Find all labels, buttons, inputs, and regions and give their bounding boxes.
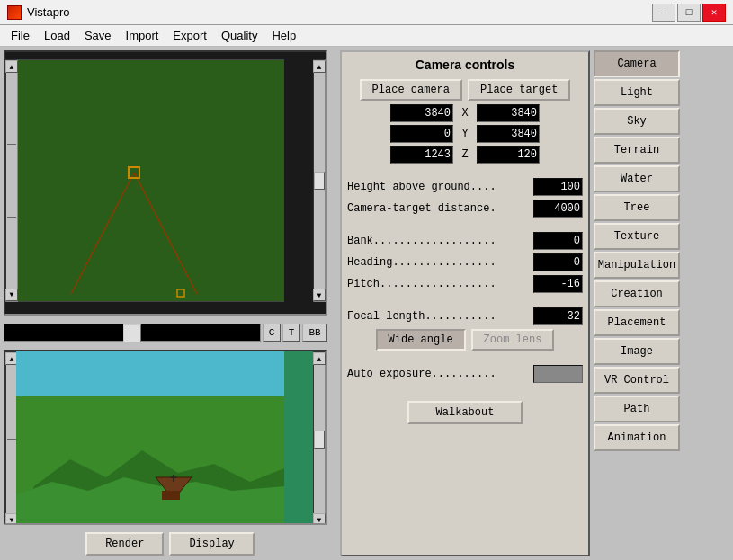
bank-label: Bank...................: [347, 235, 530, 247]
sidebar-sky-button[interactable]: Sky: [594, 108, 680, 135]
camera-z-input[interactable]: [390, 146, 453, 164]
height-input[interactable]: [533, 178, 583, 196]
walkabout-button[interactable]: Walkabout: [407, 401, 523, 424]
maximize-button[interactable]: □: [677, 4, 701, 22]
sidebar-light-button[interactable]: Light: [594, 79, 680, 106]
sidebar-texture-button[interactable]: Texture: [594, 223, 680, 250]
distance-row: Camera-target distance.: [347, 200, 583, 218]
sidebar-camera-button[interactable]: Camera: [594, 50, 680, 77]
c-button[interactable]: C: [263, 324, 281, 342]
height-row: Height above ground....: [347, 178, 583, 196]
camera-panel: Camera controls Place camera Place targe…: [340, 50, 590, 556]
camera-lines: [17, 60, 285, 303]
camera-y-input[interactable]: [390, 125, 453, 143]
sidebar-placement-button[interactable]: Placement: [594, 309, 680, 336]
target-x-input[interactable]: [477, 104, 540, 122]
distance-input[interactable]: [533, 200, 583, 218]
height-label: Height above ground....: [347, 181, 530, 193]
distance-label: Camera-target distance.: [347, 202, 530, 215]
menu-save[interactable]: Save: [77, 27, 119, 44]
sidebar-water-button[interactable]: Water: [594, 165, 680, 192]
render-viewport: ▲ ▼: [4, 350, 327, 525]
z-label: Z: [456, 148, 474, 161]
target-y-input[interactable]: [477, 125, 540, 143]
panel-title: Camera controls: [347, 58, 583, 72]
right-sidebar: Camera Light Sky Terrain Water Tree Text…: [594, 50, 684, 556]
menu-file[interactable]: File: [4, 27, 37, 44]
focal-row: Focal length...........: [347, 307, 583, 325]
scroll-indicator: [7, 217, 16, 218]
pitch-row: Pitch..................: [347, 275, 583, 293]
pitch-input[interactable]: [533, 275, 583, 293]
bb-button[interactable]: BB: [302, 324, 327, 342]
render-display-row: Render Display: [4, 532, 336, 556]
sidebar-vrcontrol-button[interactable]: VR Control: [594, 367, 680, 394]
render-inner: [16, 351, 284, 525]
menu-help[interactable]: Help: [264, 27, 303, 44]
sidebar-tree-button[interactable]: Tree: [594, 194, 680, 221]
minimize-button[interactable]: –: [652, 4, 675, 22]
y-label: Y: [456, 128, 474, 140]
place-buttons-row: Place camera Place target: [347, 79, 583, 101]
zoom-lens-button[interactable]: Zoom lens: [471, 329, 555, 351]
sidebar-animation-button[interactable]: Animation: [594, 424, 680, 451]
render-button[interactable]: Render: [85, 532, 164, 556]
ground-render: [16, 396, 284, 525]
sidebar-path-button[interactable]: Path: [594, 396, 680, 422]
place-target-button[interactable]: Place target: [468, 79, 570, 101]
slider-thumb[interactable]: [123, 324, 141, 342]
scroll-up-arrow[interactable]: ▲: [313, 60, 326, 73]
scroll-indicator: [7, 439, 16, 440]
timeline-slider[interactable]: [4, 324, 261, 342]
map-view: [16, 59, 284, 302]
menu-export[interactable]: Export: [165, 27, 214, 44]
title-controls: – □ ✕: [652, 4, 726, 22]
pitch-label: Pitch..................: [347, 278, 530, 290]
auto-label: Auto exposure..........: [347, 368, 496, 380]
focal-input[interactable]: [533, 307, 583, 325]
render-right-scrollbar[interactable]: ▲ ▼: [313, 351, 326, 525]
wide-angle-button[interactable]: Wide angle: [376, 329, 466, 351]
heading-row: Heading................: [347, 253, 583, 271]
right-scrollbar-top[interactable]: ▲ ▼: [313, 59, 326, 302]
menu-import[interactable]: Import: [119, 27, 166, 44]
coord-grid: X Y Z: [347, 104, 583, 164]
scroll-down-arrow[interactable]: ▼: [313, 513, 326, 525]
sidebar-manipulation-button[interactable]: Manipulation: [594, 252, 680, 279]
svg-line-0: [71, 173, 134, 294]
scroll-up-arrow[interactable]: ▲: [5, 60, 18, 73]
display-button[interactable]: Display: [169, 532, 254, 556]
lens-row: Wide angle Zoom lens: [347, 329, 583, 351]
sidebar-terrain-button[interactable]: Terrain: [594, 137, 680, 164]
bank-input[interactable]: [533, 232, 583, 250]
camera-x-input[interactable]: [390, 104, 453, 122]
scroll-thumb[interactable]: [314, 172, 325, 190]
t-button[interactable]: T: [282, 324, 300, 342]
scroll-up-arrow[interactable]: ▲: [313, 352, 326, 365]
svg-rect-8: [162, 491, 180, 500]
scroll-down-arrow[interactable]: ▼: [313, 289, 326, 301]
render-viewport-container: ▲ ▼: [4, 350, 327, 525]
menu-bar: File Load Save Import Export Quality Hel…: [0, 25, 733, 47]
target-z-input[interactable]: [477, 146, 540, 164]
top-viewport: ▲ ▼ ▲ ▼: [4, 50, 327, 316]
sidebar-image-button[interactable]: Image: [594, 338, 680, 365]
place-camera-button[interactable]: Place camera: [360, 79, 462, 101]
auto-input[interactable]: [533, 365, 583, 383]
menu-quality[interactable]: Quality: [214, 27, 264, 44]
heading-input[interactable]: [533, 253, 583, 271]
title-bar-left: Vistapro: [7, 5, 69, 20]
app-icon: [7, 5, 22, 20]
sidebar-creation-button[interactable]: Creation: [594, 280, 680, 307]
left-scrollbar[interactable]: ▲ ▼: [5, 59, 18, 302]
title-bar: Vistapro – □ ✕: [0, 0, 733, 25]
scroll-down-arrow[interactable]: ▼: [5, 289, 18, 301]
menu-load[interactable]: Load: [37, 27, 77, 44]
scroll-thumb[interactable]: [314, 431, 325, 449]
bottom-controls: C T BB: [4, 319, 327, 346]
left-panel: ▲ ▼ ▲ ▼ C T BB: [4, 50, 336, 556]
x-label: X: [456, 107, 474, 120]
close-button[interactable]: ✕: [702, 4, 726, 22]
heading-label: Heading................: [347, 256, 530, 269]
bank-row: Bank...................: [347, 232, 583, 250]
